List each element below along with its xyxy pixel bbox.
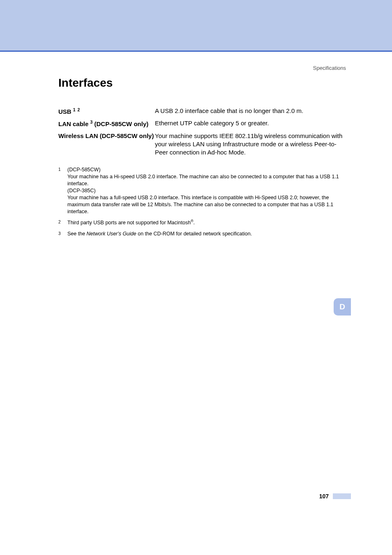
footnote-body: Third party USB ports are not supported … [67, 219, 346, 226]
footnote-body: See the Network User's Guide on the CD-R… [67, 230, 346, 237]
spec-value-wireless: Your machine supports IEEE 802.11b/g wir… [155, 130, 346, 159]
footnote-body: (DCP-585CW) Your machine has a Hi-speed … [67, 166, 346, 215]
footnote-2: 2 Third party USB ports are not supporte… [58, 219, 346, 226]
page-content: Interfaces USB 1 2 A USB 2.0 interface c… [0, 52, 392, 237]
footnote-number: 1 [58, 166, 67, 215]
page-title: Interfaces [58, 76, 346, 90]
footnote-3: 3 See the Network User's Guide on the CD… [58, 230, 346, 237]
footnote-number: 2 [58, 219, 67, 226]
spec-value-usb: A USB 2.0 interface cable that is no lon… [155, 105, 346, 117]
page-number: 107 [319, 493, 329, 500]
section-tab: D [334, 298, 351, 315]
footnote-number: 3 [58, 230, 67, 237]
spec-label-lan: LAN cable 3 (DCP-585CW only) [58, 117, 155, 130]
table-row: Wireless LAN (DCP-585CW only) Your machi… [58, 130, 346, 159]
footnote-1: 1 (DCP-585CW) Your machine has a Hi-spee… [58, 166, 346, 215]
page-footer: 107 [319, 493, 351, 500]
table-row: USB 1 2 A USB 2.0 interface cable that i… [58, 105, 346, 117]
spec-value-lan: Ethernet UTP cable category 5 or greater… [155, 117, 346, 130]
page-swatch [333, 493, 351, 499]
document-reference: Network User's Guide [87, 231, 136, 237]
top-banner [0, 0, 392, 52]
table-row: LAN cable 3 (DCP-585CW only) Ethernet UT… [58, 117, 346, 130]
spec-label-wireless: Wireless LAN (DCP-585CW only) [58, 130, 155, 159]
spec-label-usb: USB 1 2 [58, 105, 155, 117]
header-section-label: Specifications [313, 65, 346, 71]
specifications-table: USB 1 2 A USB 2.0 interface cable that i… [58, 105, 346, 158]
footnotes: 1 (DCP-585CW) Your machine has a Hi-spee… [58, 166, 346, 237]
footnote-ref: 1 2 [73, 107, 81, 112]
